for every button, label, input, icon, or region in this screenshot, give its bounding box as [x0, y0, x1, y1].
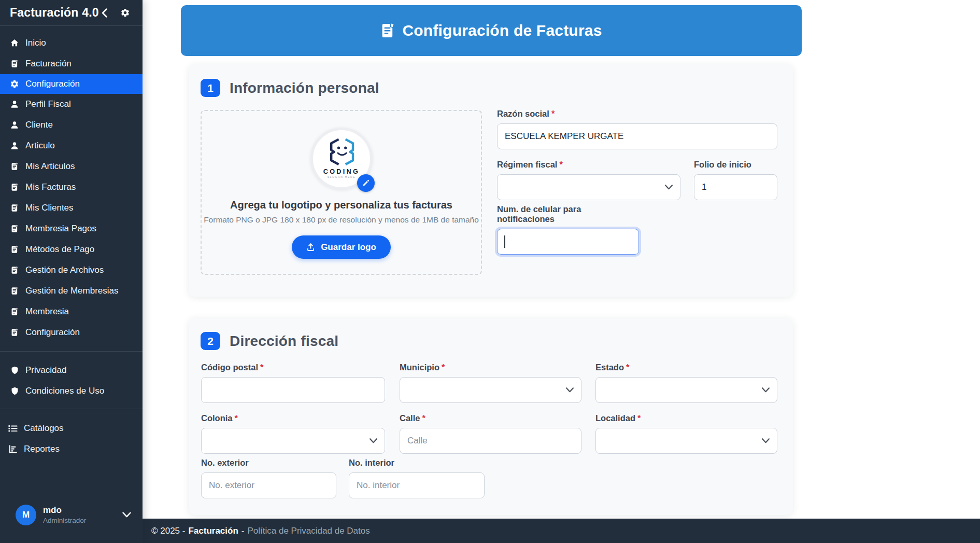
- sidebar-item-configuracion[interactable]: Configuración: [0, 74, 143, 94]
- card-informacion-personal: 1 Información personal CODING: [189, 64, 793, 297]
- app-root: Facturación 4.0 Inicio Facturación: [0, 0, 980, 543]
- page-title: Configuración de Facturas: [402, 22, 602, 39]
- sidebar-brand-row: Facturación 4.0: [0, 0, 143, 26]
- regimen-fiscal-select[interactable]: [497, 174, 680, 200]
- journal-icon: [9, 59, 20, 68]
- field-estado: Estado*: [595, 363, 777, 403]
- user-name: mdo: [43, 505, 86, 516]
- logo-upload-dropzone[interactable]: CODING SLOGAN HERE Agrega tu logotipo y …: [201, 110, 482, 275]
- regimen-fiscal-label: Régimen fiscal*: [497, 160, 680, 170]
- required-asterisk: *: [260, 363, 263, 372]
- privacy-policy-link[interactable]: Política de Privacidad de Datos: [247, 526, 370, 536]
- field-folio-inicio: Folio de inicio: [694, 160, 777, 200]
- journal-icon: [9, 203, 20, 213]
- journal-icon: [9, 224, 20, 233]
- sidebar-item-reportes[interactable]: Reportes: [0, 439, 143, 460]
- journal-icon: [9, 183, 20, 192]
- municipio-select[interactable]: [400, 377, 581, 403]
- celular-input[interactable]: [497, 229, 639, 255]
- avatar: M: [16, 505, 36, 525]
- user-menu[interactable]: M mdo Administrador: [0, 494, 143, 536]
- field-razon-social: Razón social*: [497, 109, 777, 149]
- codigo-postal-label: Código postal*: [201, 363, 385, 372]
- folio-inicio-input[interactable]: [694, 174, 777, 200]
- user-icon: [9, 120, 20, 130]
- sidebar: Facturación 4.0 Inicio Facturación: [0, 0, 143, 543]
- save-logo-button[interactable]: Guardar logo: [292, 235, 391, 259]
- sidebar-item-cliente[interactable]: Cliente: [0, 115, 143, 135]
- localidad-select[interactable]: [595, 428, 777, 454]
- field-no-exterior: No. exterior: [201, 458, 336, 498]
- text-cursor: [504, 235, 505, 248]
- card-direccion-fiscal: 2 Dirección fiscal Código postal* Munici…: [189, 318, 793, 515]
- sidebar-item-gestion-de-archivos[interactable]: Gestión de Archivos: [0, 260, 143, 281]
- sidebar-divider: [0, 351, 143, 352]
- field-calle: Calle*: [400, 413, 581, 454]
- sidebar-item-label: Facturación: [25, 59, 72, 69]
- sidebar-item-condiciones-de-uso[interactable]: Condiciones de Uso: [0, 381, 143, 401]
- sidebar-item-perfil-fiscal[interactable]: Perfil Fiscal: [0, 94, 143, 115]
- sidebar-item-inicio[interactable]: Inicio: [0, 33, 143, 53]
- edit-logo-button[interactable]: [357, 174, 375, 192]
- sidebar-item-mis-clientes[interactable]: Mis Clientes: [0, 198, 143, 218]
- sidebar-item-mis-facturas[interactable]: Mis Facturas: [0, 177, 143, 198]
- sidebar-item-label: Métodos de Pago: [25, 244, 94, 255]
- chevron-down-icon: [122, 512, 131, 518]
- sidebar-item-membresia[interactable]: Membresia: [0, 301, 143, 322]
- sidebar-item-articulo[interactable]: Articulo: [0, 135, 143, 156]
- sidebar-item-label: Reportes: [24, 444, 60, 454]
- sidebar-settings-button[interactable]: [120, 8, 130, 18]
- field-regimen-fiscal: Régimen fiscal*: [497, 160, 680, 200]
- footer: © 2025 - Facturación - Política de Priva…: [143, 519, 980, 543]
- sidebar-item-label: Cliente: [25, 120, 53, 130]
- sidebar-item-label: Mis Facturas: [25, 182, 76, 192]
- sidebar-item-mis-articulos[interactable]: Mis Articulos: [0, 156, 143, 177]
- required-asterisk: *: [551, 109, 555, 118]
- sidebar-item-configuracion-2[interactable]: Configuración: [0, 322, 143, 343]
- footer-separator: -: [242, 526, 245, 536]
- upload-hint: Formato PNG o JPG 180 x 180 px de resolu…: [204, 215, 479, 225]
- sidebar-item-label: Gestión de Archivos: [25, 265, 104, 275]
- razon-social-label: Razón social*: [497, 109, 777, 119]
- sidebar-item-gestion-de-membresias[interactable]: Gestión de Membresias: [0, 281, 143, 301]
- journal-icon: [9, 266, 20, 275]
- upload-icon: [306, 243, 315, 252]
- sidebar-item-label: Privacidad: [25, 365, 66, 375]
- user-icon: [9, 100, 20, 109]
- sidebar-item-catalogos[interactable]: Catálogos: [0, 418, 143, 439]
- sidebar-item-facturacion[interactable]: Facturación: [0, 53, 143, 74]
- sidebar-item-membresia-pagos[interactable]: Membresia Pagos: [0, 218, 143, 239]
- bar-chart-icon: [6, 444, 20, 454]
- user-icon: [9, 141, 20, 150]
- no-exterior-input[interactable]: [201, 472, 336, 498]
- sidebar-item-label: Membresia: [25, 307, 69, 317]
- codigo-postal-input[interactable]: [201, 377, 385, 403]
- required-asterisk: *: [235, 413, 238, 423]
- pencil-icon: [362, 179, 370, 187]
- no-interior-input[interactable]: [349, 472, 485, 498]
- field-localidad: Localidad*: [595, 413, 777, 454]
- shield-icon: [9, 386, 20, 396]
- razon-social-input[interactable]: [497, 123, 777, 149]
- sidebar-item-label: Condiciones de Uso: [25, 386, 104, 396]
- calle-input[interactable]: [400, 428, 581, 454]
- chevron-down-icon: [566, 387, 574, 393]
- journal-icon: [9, 328, 20, 337]
- sidebar-item-label: Gestión de Membresias: [25, 286, 119, 296]
- collapse-sidebar-button[interactable]: [101, 8, 108, 18]
- required-asterisk: *: [422, 413, 425, 423]
- user-role: Administrador: [43, 517, 86, 525]
- sidebar-item-privacidad[interactable]: Privacidad: [0, 360, 143, 381]
- sidebar-item-label: Mis Articulos: [25, 161, 75, 172]
- footer-brand: Facturación: [188, 526, 238, 536]
- calle-label: Calle*: [400, 413, 581, 423]
- chevron-left-icon: [101, 8, 108, 18]
- field-celular: Num. de celular para notificaciones: [497, 204, 639, 255]
- sidebar-item-metodos-de-pago[interactable]: Métodos de Pago: [0, 239, 143, 260]
- sidebar-item-label: Configuración: [25, 79, 80, 89]
- no-interior-label: No. interior: [349, 458, 485, 468]
- sidebar-item-label: Configuración: [25, 327, 80, 338]
- chevron-down-icon: [762, 387, 770, 393]
- colonia-select[interactable]: [201, 428, 385, 454]
- estado-select[interactable]: [595, 377, 777, 403]
